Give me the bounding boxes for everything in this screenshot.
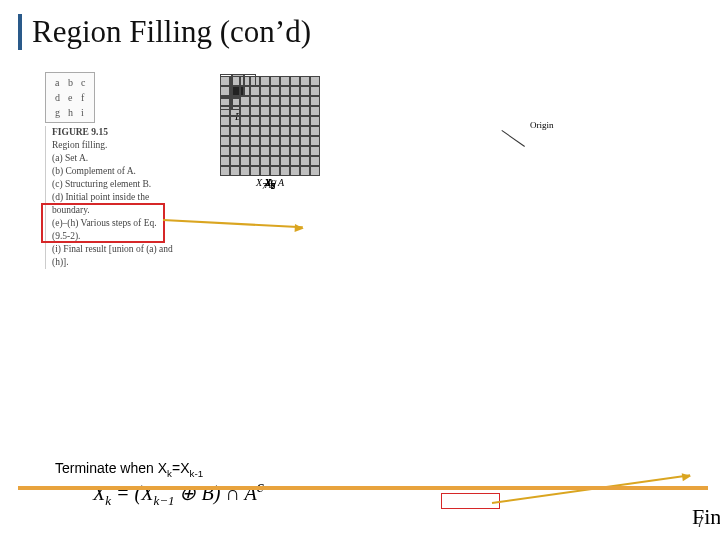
formula: Xk = (Xk−1 ⊕ B) ∩ Ac: [93, 477, 264, 509]
origin-label: Origin: [530, 120, 554, 130]
terminate-text: Terminate when Xk=Xk-1: [55, 460, 203, 479]
arrow-to-x0: [163, 219, 303, 228]
abc-key-grid: abc def ghi: [45, 72, 95, 123]
page-title: Region Filling (con’d): [32, 14, 311, 49]
grid-x7a: X7 ∪ A: [220, 72, 320, 191]
page-number: 7: [696, 514, 704, 530]
figure-caption: FIGURE 9.15 Region filling. (a) Set A. (…: [45, 126, 176, 269]
bottom-bar: [18, 486, 708, 490]
